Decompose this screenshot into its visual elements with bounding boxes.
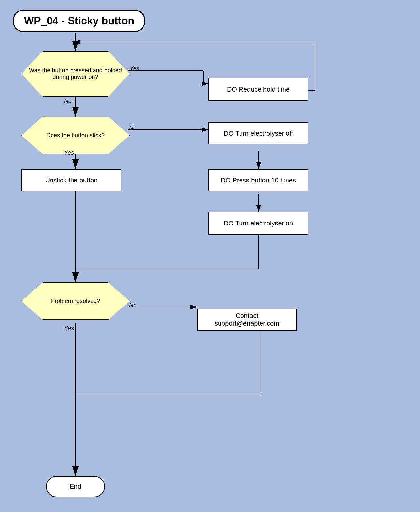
end-node: End bbox=[46, 476, 105, 497]
decision-button-stick: Does the button stick? bbox=[21, 117, 130, 154]
action-contact-support: Contact support@enapter.com bbox=[197, 309, 297, 331]
action-press-button: DO Press button 10 times bbox=[208, 169, 308, 191]
decision-problem-resolved: Problem resolved? bbox=[21, 282, 130, 320]
action-unstick: Unstick the button bbox=[21, 169, 121, 191]
title: WP_04 - Sticky button bbox=[13, 10, 145, 32]
decision-power-on: Was the button pressed and holded during… bbox=[21, 51, 130, 97]
decision2-no-label: No bbox=[129, 125, 136, 132]
decision3-yes-label: Yes bbox=[64, 325, 74, 332]
action-turn-off: DO Turn electrolyser off bbox=[208, 122, 308, 144]
decision1-no-label: No bbox=[64, 98, 72, 105]
decision1-yes-label: Yes bbox=[130, 65, 139, 72]
decision3-no-label: No bbox=[129, 302, 136, 309]
diagram-container: WP_04 - Sticky button Was the button pre… bbox=[0, 0, 420, 512]
action-reduce-hold-time: DO Reduce hold time bbox=[208, 78, 308, 101]
decision2-yes-label: Yes bbox=[64, 149, 74, 156]
action-turn-on: DO Turn electrolyser on bbox=[208, 212, 308, 235]
